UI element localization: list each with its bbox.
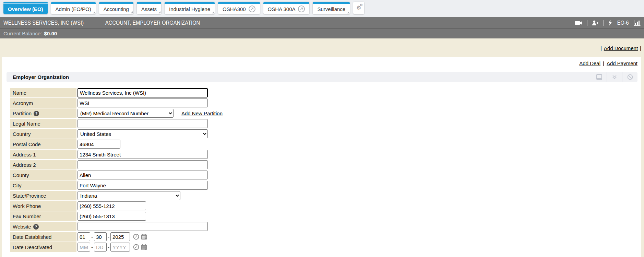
book-icon[interactable] — [591, 72, 607, 82]
field-label: City — [13, 183, 22, 188]
help-icon[interactable]: ? — [33, 224, 39, 230]
tab-osha300[interactable]: OSHA300 — [218, 2, 260, 14]
divider — [603, 20, 604, 26]
tab-menu-fold-icon — [158, 11, 160, 13]
field-label: State/Province — [13, 193, 46, 199]
field-label: Postal Code — [13, 141, 41, 147]
form-row-address2: Address 2 — [10, 160, 223, 170]
form-row-address1: Address 1 — [10, 150, 223, 159]
date-deactivated-month-input[interactable] — [77, 243, 90, 252]
separator: | — [603, 60, 604, 66]
field-label: Partition — [13, 110, 32, 116]
field-label: Name — [13, 90, 26, 96]
field-label: Address 1 — [13, 152, 36, 157]
form-row-partition: Partition ? (MR) Medical Record Number A… — [10, 108, 223, 118]
form-row-legal-name: Legal Name — [10, 119, 223, 128]
county-input[interactable] — [77, 171, 208, 179]
calendar-icon[interactable] — [141, 234, 147, 240]
field-label: Website — [13, 224, 31, 230]
partition-select[interactable]: (MR) Medical Record Number — [77, 109, 174, 118]
field-label: Date Established — [13, 234, 51, 240]
date-deactivated-day-input[interactable] — [94, 243, 107, 252]
clock-icon[interactable] — [133, 234, 139, 240]
tab-bar: Overview (EO) Admin (EO/PO) Accounting A… — [0, 0, 644, 17]
tab-menu-fold-icon — [93, 11, 95, 13]
form-row-state-province: State/Province Indiana — [10, 191, 223, 200]
tab-osha-300a[interactable]: OSHA 300A — [263, 2, 310, 14]
lightning-icon[interactable] — [608, 20, 612, 26]
tab-surveillance[interactable]: Surveillance — [313, 2, 350, 14]
form-row-date-established: Date Established - - — [10, 232, 223, 242]
legal-name-input[interactable] — [77, 119, 208, 128]
add-payment-link[interactable]: Add Payment — [607, 60, 637, 66]
form-row-website: Website ? — [10, 222, 223, 231]
fax-number-input[interactable] — [77, 212, 146, 221]
tab-assets[interactable]: Assets — [137, 2, 161, 14]
address2-input[interactable] — [77, 160, 208, 169]
divider — [587, 20, 587, 26]
block-icon[interactable] — [622, 72, 637, 82]
tab-menu-fold-icon — [131, 11, 133, 13]
date-established-month-input[interactable] — [77, 232, 90, 241]
balance-bar: Current Balance: $0.00 — [0, 28, 644, 38]
date-separator: - — [91, 234, 93, 240]
date-separator: - — [108, 244, 109, 250]
work-phone-input[interactable] — [77, 201, 146, 210]
calendar-icon[interactable] — [141, 244, 147, 250]
field-label: Work Phone — [13, 203, 41, 209]
date-established-day-input[interactable] — [94, 232, 107, 241]
field-label: Address 2 — [13, 162, 36, 168]
field-label: County — [13, 172, 29, 178]
external-link-icon[interactable] — [298, 5, 305, 12]
date-established-year-input[interactable] — [110, 232, 130, 241]
separator: | — [600, 45, 602, 51]
tab-label: Surveillance — [317, 6, 345, 12]
date-separator: - — [108, 234, 109, 240]
website-input[interactable] — [77, 222, 208, 231]
help-icon[interactable]: ? — [34, 111, 39, 116]
acronym-input[interactable] — [77, 98, 208, 107]
form-row-country: Country United States — [10, 129, 223, 139]
section-header-icons — [591, 72, 637, 82]
tab-label: Assets — [141, 6, 157, 12]
form-row-acronym: Acronym — [10, 98, 223, 108]
tab-overview-eo[interactable]: Overview (EO) — [3, 2, 48, 14]
form-row-postal-code: Postal Code — [10, 139, 223, 149]
tab-settings-button[interactable]: ⚙ ⚙ — [353, 2, 364, 14]
title-bar: WELLNESS SERVICES, INC (WSI) ACCOUNT, EM… — [0, 17, 644, 28]
field-label: Fax Number — [13, 213, 41, 219]
video-camera-icon[interactable] — [575, 21, 583, 25]
tab-admin-eo-po[interactable]: Admin (EO/PO) — [51, 2, 96, 14]
document-links-row: | Add Document | — [600, 45, 641, 51]
collapse-double-chevron-icon[interactable] — [607, 72, 622, 82]
add-new-partition-link[interactable]: Add New Partition — [181, 110, 223, 116]
add-document-link[interactable]: Add Document — [604, 45, 638, 51]
balance-label: Current Balance: — [3, 31, 42, 36]
bar-chart-icon[interactable] — [634, 20, 641, 26]
add-deal-link[interactable]: Add Deal — [579, 60, 600, 66]
clock-icon[interactable] — [133, 244, 139, 250]
postal-code-input[interactable] — [77, 140, 120, 149]
tab-label: Industrial Hygiene — [169, 6, 210, 12]
external-link-icon[interactable] — [249, 5, 255, 12]
entity-badge: EO-6 — [617, 20, 629, 26]
country-select[interactable]: United States — [77, 129, 208, 138]
panel-links-row: Add Deal | Add Payment — [579, 60, 637, 66]
form-row-work-phone: Work Phone — [10, 201, 223, 211]
tab-industrial-hygiene[interactable]: Industrial Hygiene — [165, 2, 215, 14]
user-add-icon[interactable] — [592, 20, 599, 26]
tab-accounting[interactable]: Accounting — [99, 2, 133, 14]
form-row-county: County — [10, 170, 223, 180]
address1-input[interactable] — [77, 150, 208, 159]
tab-label: OSHA300 — [223, 6, 246, 12]
city-input[interactable] — [77, 181, 208, 190]
form-row-fax-number: Fax Number — [10, 211, 223, 221]
tab-label: Overview (EO) — [8, 6, 43, 12]
section-title: Employer Organization — [13, 74, 69, 80]
employer-organization-form: Name Acronym Partition ? (MR) Medical Re… — [10, 88, 223, 253]
tab-label: Accounting — [104, 6, 129, 12]
date-deactivated-year-input[interactable] — [110, 243, 130, 252]
name-input[interactable] — [77, 88, 208, 97]
state-province-select[interactable]: Indiana — [77, 191, 180, 200]
gears-icon-small: ⚙ — [360, 3, 363, 7]
